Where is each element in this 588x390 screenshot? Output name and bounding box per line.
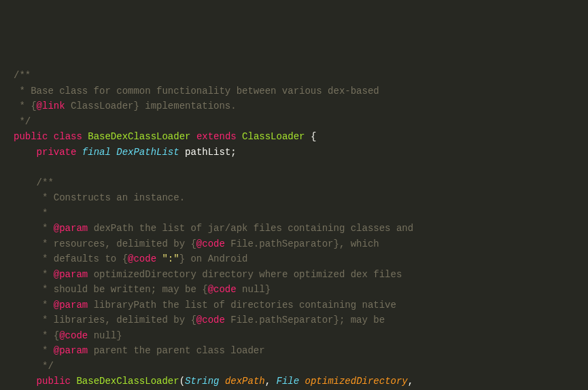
code-line: * {@code null} xyxy=(14,328,588,344)
javadoc-tag-param: @param xyxy=(54,269,88,280)
comment-text: * xyxy=(14,300,54,311)
comment-text: * resources, delimited by { xyxy=(14,238,196,249)
javadoc-tag-param: @param xyxy=(54,223,88,234)
code-line: public class BaseDexClassLoader extends … xyxy=(14,129,588,145)
comment-text: libraryPath the list of directories cont… xyxy=(88,300,396,311)
code-line-blank xyxy=(14,160,588,175)
space xyxy=(299,376,305,387)
code-line: * Base class for common functionality be… xyxy=(14,84,588,99)
javadoc-tag-link: @link xyxy=(37,101,65,111)
field-decl: pathList; xyxy=(179,147,237,158)
comment-start: /** xyxy=(14,177,54,188)
code-line: * {@link ClassLoader} implementations. xyxy=(14,99,588,114)
code-line: private final DexPathList pathList; xyxy=(14,145,588,160)
space xyxy=(48,131,53,142)
space xyxy=(111,147,116,158)
code-line: * @param dexPath the list of jar/apk fil… xyxy=(14,221,588,236)
comment-text: * libraries, delimited by { xyxy=(14,315,196,325)
comment-text: null} xyxy=(237,284,271,295)
comment-text: File.pathSeparator}; may be xyxy=(225,315,385,325)
space xyxy=(190,131,196,142)
code-line: * should be written; may be {@code null} xyxy=(14,282,588,298)
space xyxy=(76,147,82,158)
indent xyxy=(14,147,37,158)
comment-text: * { xyxy=(14,330,59,341)
javadoc-tag-code: @code xyxy=(196,315,225,325)
keyword-class: class xyxy=(54,131,82,142)
comment-text: ClassLoader} implementations. xyxy=(65,101,237,111)
paren: ( xyxy=(179,376,185,387)
javadoc-tag-code: @code xyxy=(208,284,237,295)
comment-text: null} xyxy=(88,330,122,341)
comment-text: * xyxy=(14,208,48,219)
comment-text: * defaults to { xyxy=(14,253,128,264)
brace: { xyxy=(305,131,317,142)
keyword-final: final xyxy=(82,147,111,158)
comment-text: * should be written; may be { xyxy=(14,284,208,295)
comment-text: * Constructs an instance. xyxy=(14,192,185,203)
param-type: File xyxy=(277,376,300,387)
javadoc-tag-param: @param xyxy=(54,345,88,356)
code-line: * resources, delimited by {@code File.pa… xyxy=(14,236,588,252)
comment-text: optimizedDirectory directory where optim… xyxy=(88,269,402,280)
code-line: * @param libraryPath the list of directo… xyxy=(14,298,588,313)
code-line: * libraries, delimited by {@code File.pa… xyxy=(14,313,588,328)
param-type: String xyxy=(185,376,219,387)
comment-text: } on Android xyxy=(179,253,248,264)
comment-text: * xyxy=(14,345,54,356)
comment-end: */ xyxy=(14,361,54,372)
space xyxy=(220,376,225,387)
class-name: BaseDexClassLoader xyxy=(88,131,190,142)
indent xyxy=(14,376,37,387)
comment-start: /** xyxy=(14,70,31,81)
code-line: * @param optimizedDirectory directory wh… xyxy=(14,267,588,283)
param-name: optimizedDirectory xyxy=(305,376,408,387)
keyword-public: public xyxy=(37,376,71,387)
code-line: */ xyxy=(14,359,588,374)
param-name: dexPath xyxy=(225,376,265,387)
comment-text: dexPath the list of jar/apk files contai… xyxy=(88,223,413,234)
comment-end: */ xyxy=(14,116,31,127)
comment-text: * Base class for common functionality be… xyxy=(14,86,379,96)
code-line: * Constructs an instance. xyxy=(14,190,588,206)
comment-text: parent the parent class loader xyxy=(88,345,264,356)
code-editor: /** * Base class for common functionalit… xyxy=(14,68,588,390)
superclass-name: ClassLoader xyxy=(242,131,305,142)
string-literal: ":" xyxy=(156,253,179,264)
code-line: */ xyxy=(14,114,588,130)
code-line: /** xyxy=(14,68,588,84)
javadoc-tag-param: @param xyxy=(54,300,88,311)
javadoc-tag-code: @code xyxy=(196,238,225,249)
keyword-private: private xyxy=(37,147,77,158)
code-line: * defaults to {@code ":"} on Android xyxy=(14,251,588,267)
code-line: /** xyxy=(14,175,588,191)
type-name: DexPathList xyxy=(116,147,179,158)
javadoc-tag-code: @code xyxy=(59,330,88,341)
comma: , xyxy=(408,376,413,387)
comment-text: * { xyxy=(14,101,37,111)
code-line: public BaseDexClassLoader(String dexPath… xyxy=(14,374,588,389)
code-line: * xyxy=(14,206,588,221)
space xyxy=(82,131,88,142)
constructor-name: BaseDexClassLoader xyxy=(76,376,179,387)
code-line: * @param parent the parent class loader xyxy=(14,343,588,359)
comment-text: File.pathSeparator}, which xyxy=(225,238,379,249)
keyword-extends: extends xyxy=(196,131,237,142)
comment-text: * xyxy=(14,223,54,234)
comma: , xyxy=(265,376,277,387)
space xyxy=(237,131,242,142)
javadoc-tag-code: @code xyxy=(128,253,156,264)
keyword-public: public xyxy=(14,131,48,142)
comment-text: * xyxy=(14,269,54,280)
